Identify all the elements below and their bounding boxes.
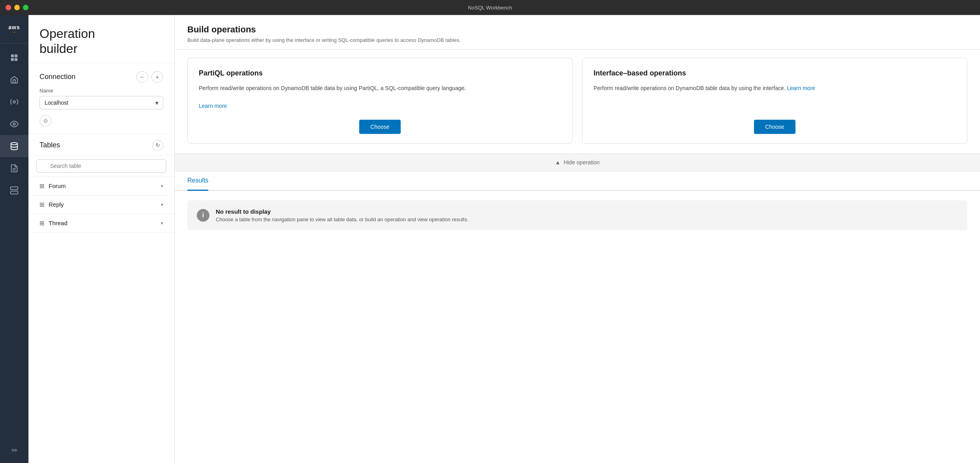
table-item-thread-left: ⊞ Thread xyxy=(40,220,68,227)
titlebar: NoSQL Workbench xyxy=(0,0,980,15)
connection-select[interactable]: Localhost xyxy=(40,96,163,109)
no-results-title: No result to display xyxy=(216,208,469,215)
svg-rect-2 xyxy=(11,58,14,61)
interface-card-desc: Perform read/write operations on DynamoD… xyxy=(594,84,956,110)
interface-choose-button[interactable]: Choose xyxy=(754,120,795,134)
table-item-forum[interactable]: ⊞ Forum ▾ xyxy=(28,177,174,196)
interface-card: Interface–based operations Perform read/… xyxy=(582,58,967,144)
build-ops-header: Build operations Build data-plane operat… xyxy=(175,15,980,50)
table-icon-forum: ⊞ xyxy=(40,183,45,190)
icon-sidebar-items xyxy=(0,43,28,442)
aws-logo: aws ⌣ xyxy=(0,15,28,43)
search-table-wrapper: 🔍 xyxy=(28,155,174,177)
left-panel-header: Operation builder xyxy=(28,15,174,63)
refresh-tables-button[interactable]: ↻ xyxy=(152,140,163,151)
table-icon-reply: ⊞ xyxy=(40,201,45,208)
app-body: aws ⌣ xyxy=(0,15,980,463)
no-results-box: i No result to display Choose a table fr… xyxy=(187,200,967,230)
chevron-right-icon-forum: ▾ xyxy=(161,183,163,189)
svg-rect-3 xyxy=(15,58,17,61)
svg-point-6 xyxy=(11,143,18,145)
connection-buttons: ← + xyxy=(136,71,163,83)
table-item-forum-left: ⊞ Forum xyxy=(40,183,66,190)
icon-sidebar: aws ⌣ xyxy=(0,15,28,463)
sidebar-item-settings[interactable] xyxy=(0,179,28,201)
info-icon: i xyxy=(197,209,209,222)
expand-icon: >> xyxy=(11,448,17,453)
sidebar-item-dashboard[interactable] xyxy=(0,47,28,69)
no-results-content: No result to display Choose a table from… xyxy=(216,208,469,222)
connection-select-wrapper: Localhost ▾ xyxy=(40,96,163,109)
results-area: Results i No result to display Choose a … xyxy=(175,171,980,463)
content-row: Operation builder Connection ← + Name Lo… xyxy=(28,15,980,463)
aws-smile-icon: ⌣ xyxy=(13,30,16,34)
svg-rect-1 xyxy=(15,55,17,57)
connection-title: Connection xyxy=(40,73,75,81)
name-label: Name xyxy=(40,88,163,94)
table-name-thread: Thread xyxy=(49,220,68,226)
partiql-learn-more-link[interactable]: Learn more xyxy=(199,103,227,109)
table-icon-thread: ⊞ xyxy=(40,220,45,227)
partiql-card-desc: Perform read/write operations on DynamoD… xyxy=(199,84,561,110)
close-button[interactable] xyxy=(6,5,11,10)
search-table-input[interactable] xyxy=(36,159,166,173)
eye-icon xyxy=(10,120,19,128)
maximize-button[interactable] xyxy=(23,5,28,10)
table-name-forum: Forum xyxy=(49,183,66,189)
interface-card-footer: Choose xyxy=(594,120,956,134)
interface-learn-more-link[interactable]: Learn more xyxy=(787,85,815,91)
build-ops-title: Build operations xyxy=(187,24,967,35)
table-item-thread[interactable]: ⊞ Thread ▾ xyxy=(28,214,174,233)
titlebar-buttons xyxy=(6,5,28,10)
partiql-choose-button[interactable]: Choose xyxy=(359,120,400,134)
no-results-description: Choose a table from the navigation pane … xyxy=(216,216,469,222)
grid-icon xyxy=(10,53,19,62)
hide-operation-bar[interactable]: ▲ Hide operation xyxy=(175,154,980,171)
tables-section: Tables ↻ 🔍 ⊞ Forum ▾ xyxy=(28,134,174,463)
svg-point-4 xyxy=(13,101,15,103)
chevron-right-icon-thread: ▾ xyxy=(161,220,163,226)
expand-sidebar-button[interactable]: >> xyxy=(0,442,28,458)
search-table-container: 🔍 xyxy=(36,159,166,173)
svg-rect-0 xyxy=(11,55,14,57)
document-icon xyxy=(10,164,19,173)
connection-header: Connection ← + xyxy=(40,71,163,83)
history-icon: ⊙ xyxy=(43,118,48,124)
home-icon xyxy=(10,75,19,84)
svg-point-5 xyxy=(13,123,15,125)
sidebar-item-home[interactable] xyxy=(0,69,28,91)
tables-title: Tables xyxy=(40,141,60,149)
chevron-up-icon: ▲ xyxy=(555,159,561,166)
table-item-reply-left: ⊞ Reply xyxy=(40,201,64,208)
interface-card-title: Interface–based operations xyxy=(594,69,956,77)
minimize-button[interactable] xyxy=(14,5,20,10)
design-icon xyxy=(10,98,19,106)
hide-operation-label: Hide operation xyxy=(564,159,599,166)
build-ops-subtitle: Build data-plane operations either by us… xyxy=(187,37,967,43)
left-panel: Operation builder Connection ← + Name Lo… xyxy=(28,15,175,463)
svg-rect-9 xyxy=(11,187,18,190)
sidebar-item-documents[interactable] xyxy=(0,157,28,179)
connection-section: Connection ← + Name Localhost ▾ ⊙ xyxy=(28,63,174,134)
partiql-card: PartiQL operations Perform read/write op… xyxy=(187,58,573,144)
history-button[interactable]: ⊙ xyxy=(40,115,51,127)
sidebar-item-modeler[interactable] xyxy=(0,91,28,113)
add-connection-button[interactable]: + xyxy=(151,71,163,83)
ops-cards-area: PartiQL operations Perform read/write op… xyxy=(175,50,980,154)
main-content: Build operations Build data-plane operat… xyxy=(175,15,980,463)
tab-results[interactable]: Results xyxy=(187,171,208,191)
server-icon xyxy=(10,186,19,195)
back-connection-button[interactable]: ← xyxy=(136,71,148,83)
titlebar-title: NoSQL Workbench xyxy=(468,5,512,11)
partiql-card-title: PartiQL operations xyxy=(199,69,561,77)
page-title: Operation builder xyxy=(40,26,163,56)
table-name-reply: Reply xyxy=(49,201,64,208)
sidebar-item-operation-builder[interactable] xyxy=(0,135,28,157)
tables-header: Tables ↻ xyxy=(28,134,174,155)
table-item-reply[interactable]: ⊞ Reply ▾ xyxy=(28,196,174,214)
svg-rect-10 xyxy=(11,191,18,194)
refresh-icon: ↻ xyxy=(156,142,160,148)
database-icon xyxy=(10,142,19,151)
chevron-right-icon-reply: ▾ xyxy=(161,202,163,207)
sidebar-item-visualizer[interactable] xyxy=(0,113,28,135)
